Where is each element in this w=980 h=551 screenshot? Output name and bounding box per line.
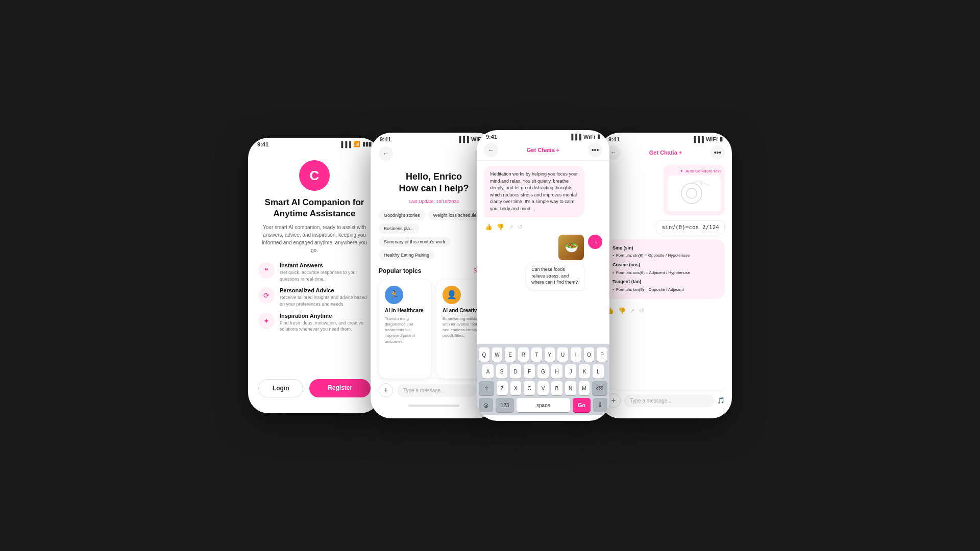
share-icon-4[interactable]: ↗ bbox=[630, 307, 635, 314]
math-sketch-svg: r bbox=[671, 178, 717, 209]
key-k[interactable]: K bbox=[579, 364, 590, 379]
status-time-2: 9:41 bbox=[380, 136, 391, 142]
key-a[interactable]: A bbox=[482, 364, 494, 379]
voice-button-4[interactable]: 🎵 bbox=[717, 397, 725, 404]
greeting-section: Hello, Enrico How can I help? bbox=[379, 171, 489, 195]
refresh-icon-4[interactable]: ↺ bbox=[639, 307, 644, 314]
key-h[interactable]: H bbox=[551, 364, 562, 379]
key-123[interactable]: 123 bbox=[496, 398, 514, 412]
key-y[interactable]: Y bbox=[545, 347, 555, 362]
keyboard-bottom-row: ☺ 123 space Go 🎙 bbox=[479, 398, 607, 412]
cos-title: Cosine (cos) bbox=[612, 261, 719, 268]
key-space[interactable]: space bbox=[517, 398, 570, 412]
key-n[interactable]: N bbox=[565, 381, 576, 395]
feature-icon-2: ⟳ bbox=[258, 287, 275, 304]
get-chatia-button-3[interactable]: Get Chatia + bbox=[527, 147, 560, 153]
add-attachment-button[interactable]: + bbox=[379, 383, 393, 397]
user-message-row: 🥗 Can these foods relieve stress, and wh… bbox=[484, 235, 602, 290]
status-bar-3: 9:41 ▐▐▐ WiFi ▮ bbox=[477, 130, 609, 140]
key-mic[interactable]: 🎙 bbox=[593, 398, 607, 412]
key-l[interactable]: L bbox=[593, 364, 604, 379]
share-icon[interactable]: ↗ bbox=[508, 223, 513, 231]
key-v[interactable]: V bbox=[537, 381, 549, 395]
keyboard-area: Q W E R T Y U I O P A S D F G H bbox=[477, 344, 609, 415]
feature-icon-3: ✦ bbox=[258, 313, 275, 329]
welcome-desc: Your smart AI companion, ready to assist… bbox=[258, 223, 371, 254]
svg-point-1 bbox=[687, 188, 697, 198]
thumbs-up-icon[interactable]: 👍 bbox=[485, 223, 493, 231]
math-message-actions: 👍 👎 ↗ ↺ bbox=[606, 307, 725, 314]
key-f[interactable]: F bbox=[524, 364, 535, 379]
more-button-3[interactable]: ••• bbox=[588, 143, 602, 157]
suggestion-chips: Goodnight stories Weight loss schedule B… bbox=[379, 210, 489, 260]
key-r[interactable]: R bbox=[518, 347, 529, 362]
status-bar-4: 9:41 ▐▐▐ WiFi ▮ bbox=[599, 133, 732, 142]
refresh-icon[interactable]: ↺ bbox=[518, 223, 523, 231]
key-x[interactable]: X bbox=[510, 381, 522, 395]
math-image-bubble: ✦ Auto Generate Text r bbox=[664, 165, 725, 215]
register-button[interactable]: Register bbox=[309, 379, 371, 397]
key-shift[interactable]: ⇧ bbox=[479, 381, 494, 395]
key-go[interactable]: Go bbox=[573, 398, 591, 412]
key-s[interactable]: S bbox=[496, 364, 507, 379]
key-o[interactable]: O bbox=[584, 347, 595, 362]
key-delete[interactable]: ⌫ bbox=[592, 381, 607, 395]
feature-icon-1: ❝ bbox=[258, 262, 275, 279]
key-g[interactable]: G bbox=[537, 364, 549, 379]
message-input-4[interactable]: Type a message... bbox=[624, 394, 714, 407]
key-b[interactable]: B bbox=[551, 381, 562, 395]
topic-avatar-healthcare: 🏃 bbox=[385, 286, 403, 304]
message-input-2[interactable]: Type a message... bbox=[397, 384, 476, 397]
send-button-3[interactable]: → bbox=[588, 235, 602, 249]
svg-point-0 bbox=[681, 183, 702, 204]
home-indicator-2 bbox=[408, 405, 459, 407]
chat-header-2: ← ••• bbox=[379, 146, 489, 161]
get-chatia-button-4[interactable]: Get Chatia + bbox=[649, 149, 682, 156]
back-button-2[interactable]: ← bbox=[379, 146, 393, 161]
thumbs-down-icon-4[interactable]: 👎 bbox=[618, 307, 626, 314]
auth-buttons: Login Register bbox=[258, 379, 371, 397]
key-j[interactable]: J bbox=[565, 364, 576, 379]
chip-eating[interactable]: Healthy Eating Pairing bbox=[379, 250, 434, 260]
chip-weight[interactable]: Weight loss schedule bbox=[428, 210, 482, 220]
key-m[interactable]: M bbox=[579, 381, 590, 395]
svg-line-2 bbox=[692, 181, 699, 183]
chip-business[interactable]: Business pla... bbox=[379, 223, 419, 234]
key-e[interactable]: E bbox=[505, 347, 516, 362]
battery-icon-3: ▮ bbox=[597, 133, 600, 140]
key-t[interactable]: T bbox=[531, 347, 542, 362]
battery-icon-4: ▮ bbox=[720, 136, 723, 142]
phone-4-input-bar: + Type a message... 🎵 bbox=[606, 389, 725, 410]
chip-summary[interactable]: Summary of this month's work bbox=[379, 237, 450, 247]
feature-name-3: Inspiration Anytime bbox=[280, 313, 371, 319]
key-q[interactable]: Q bbox=[479, 347, 489, 362]
sparkle-icon: ✦ bbox=[680, 169, 683, 173]
chip-goodnight[interactable]: Goodnight stories bbox=[379, 210, 425, 220]
feature-desc-1: Get quick, accurate responses to your qu… bbox=[280, 269, 371, 282]
thumbs-down-icon[interactable]: 👎 bbox=[497, 223, 504, 231]
topic-title-healthcare: AI in Healthcare bbox=[385, 307, 425, 314]
message-actions-3: 👍 👎 ↗ ↺ bbox=[485, 223, 602, 231]
feature-inspiration: ✦ Inspiration Anytime Find fresh ideas, … bbox=[258, 313, 371, 333]
key-w[interactable]: W bbox=[492, 347, 503, 362]
topic-avatar-creativity: 👤 bbox=[443, 286, 461, 304]
status-bar-2: 9:41 ▐▐▐ WiFi ▮ bbox=[371, 133, 497, 142]
key-emoji[interactable]: ☺ bbox=[479, 398, 493, 412]
key-z[interactable]: Z bbox=[497, 381, 508, 395]
key-p[interactable]: P bbox=[597, 347, 607, 362]
phone-math: 9:41 ▐▐▐ WiFi ▮ ← Get Chatia + ••• ✦ bbox=[599, 133, 732, 418]
more-button-4[interactable]: ••• bbox=[710, 145, 725, 160]
key-i[interactable]: I bbox=[571, 347, 581, 362]
auto-generate-label: ✦ Auto Generate Text bbox=[668, 169, 721, 173]
key-u[interactable]: U bbox=[557, 347, 568, 362]
key-d[interactable]: D bbox=[510, 364, 521, 379]
back-button-3[interactable]: ← bbox=[484, 143, 498, 157]
login-button[interactable]: Login bbox=[258, 379, 303, 397]
formula-display: sin√(θ)=cos 2/124 bbox=[656, 220, 725, 234]
keyboard-row-1: Q W E R T Y U I O P bbox=[479, 347, 607, 362]
topic-card-healthcare[interactable]: 🏃 AI in Healthcare Transforming diagnost… bbox=[379, 280, 431, 379]
key-c[interactable]: C bbox=[524, 381, 535, 395]
signal-icon-4: ▐▐▐ bbox=[692, 136, 703, 142]
message-input-bar-2: + Type a message... 🎵 bbox=[379, 379, 489, 402]
greeting-line1: Hello, Enrico bbox=[379, 171, 489, 183]
